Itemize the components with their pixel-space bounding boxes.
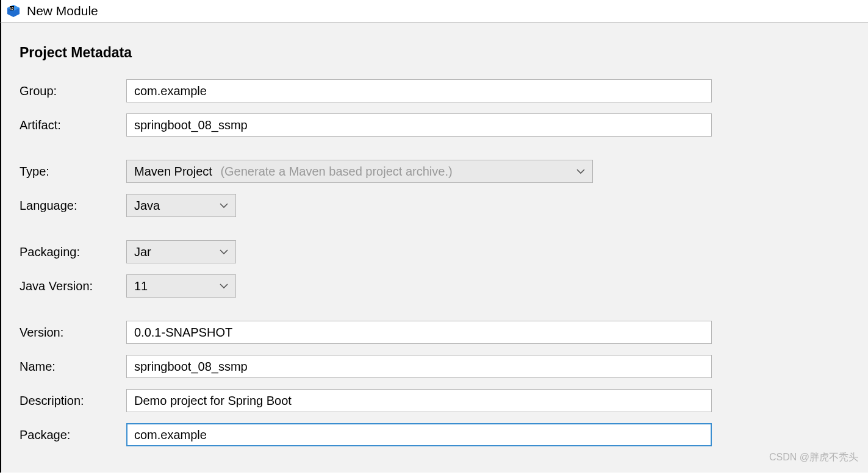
- label-packaging: Packaging:: [20, 245, 126, 259]
- artifact-input[interactable]: [126, 113, 712, 137]
- chevron-down-icon: [207, 202, 228, 209]
- packaging-select[interactable]: Jar: [126, 240, 236, 263]
- version-input[interactable]: [126, 321, 712, 344]
- window-title: New Module: [27, 4, 98, 18]
- language-select[interactable]: Java: [126, 194, 236, 217]
- row-version: Version:: [20, 321, 850, 344]
- type-value: Maven Project (Generate a Maven based pr…: [134, 165, 564, 179]
- language-value: Java: [134, 199, 207, 213]
- name-input[interactable]: [126, 355, 712, 378]
- row-type: Type: Maven Project (Generate a Maven ba…: [20, 160, 850, 183]
- row-language: Language: Java: [20, 194, 850, 217]
- label-type: Type:: [20, 165, 126, 179]
- type-value-text: Maven Project: [134, 165, 212, 178]
- row-name: Name:: [20, 355, 850, 378]
- packaging-value: Jar: [134, 245, 207, 259]
- row-artifact: Artifact:: [20, 113, 850, 137]
- section-title: Project Metadata: [20, 45, 850, 61]
- title-bar: IJ New Module: [0, 0, 868, 22]
- row-group: Group:: [20, 79, 850, 102]
- intellij-icon: IJ: [6, 4, 21, 18]
- java-version-select[interactable]: 11: [126, 274, 236, 298]
- chevron-down-icon: [564, 168, 585, 174]
- description-input[interactable]: [126, 389, 712, 412]
- label-java-version: Java Version:: [20, 279, 126, 293]
- type-hint: (Generate a Maven based project archive.…: [220, 165, 452, 178]
- package-input[interactable]: [126, 423, 712, 446]
- svg-text:IJ: IJ: [10, 7, 13, 10]
- chevron-down-icon: [207, 249, 228, 255]
- group-input[interactable]: [126, 79, 712, 102]
- type-select[interactable]: Maven Project (Generate a Maven based pr…: [126, 160, 593, 183]
- label-package: Package:: [20, 428, 126, 442]
- row-description: Description:: [20, 389, 850, 412]
- label-group: Group:: [20, 84, 126, 98]
- row-packaging: Packaging: Jar: [20, 240, 850, 263]
- label-artifact: Artifact:: [20, 118, 126, 132]
- label-name: Name:: [20, 360, 126, 374]
- label-description: Description:: [20, 394, 126, 408]
- content-area: Project Metadata Group: Artifact: Type: …: [0, 22, 868, 473]
- chevron-down-icon: [207, 283, 228, 289]
- label-version: Version:: [20, 326, 126, 340]
- label-language: Language:: [20, 199, 126, 213]
- row-java-version: Java Version: 11: [20, 274, 850, 298]
- row-package: Package:: [20, 423, 850, 446]
- java-version-value: 11: [134, 279, 207, 293]
